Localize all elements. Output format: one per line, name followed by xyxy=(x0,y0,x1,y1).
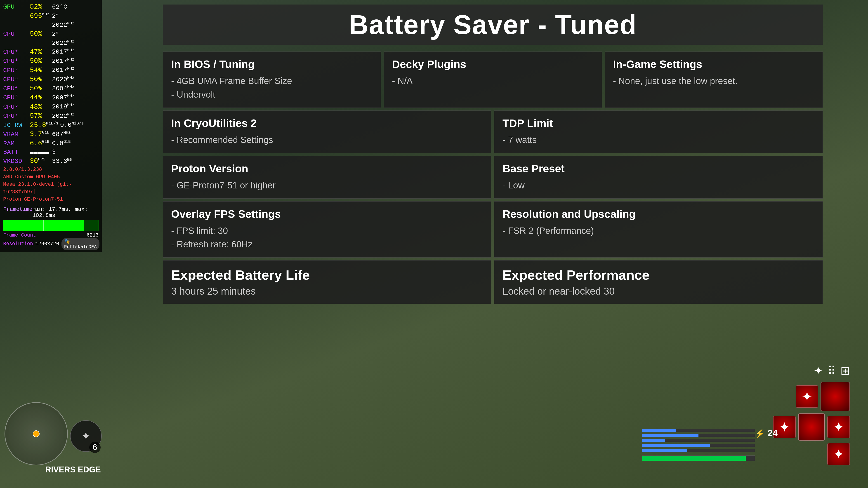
gpu-temp: 62°C xyxy=(52,3,67,11)
top-icon-2: ⠿ xyxy=(828,364,836,377)
io-label: IO RW xyxy=(3,121,28,130)
io-write: 0.0MiB/s xyxy=(60,121,84,129)
resolution-label: Resolution xyxy=(3,241,33,247)
cpu-core-0-percent: 47% xyxy=(30,47,50,57)
resolution-val: 1280x720 xyxy=(35,241,59,247)
cpu-core-7-percent: 57% xyxy=(30,111,50,121)
resolution-scaling-title: Resolution and Upscaling xyxy=(502,208,814,220)
cpu-core-0-freq: 2017MHz xyxy=(52,47,74,56)
gpu-freq2-row: 2022MHz xyxy=(3,21,98,29)
cpu-row: CPU 50% 2W xyxy=(3,29,98,39)
panel-title: Battery Saver - Tuned xyxy=(163,4,823,45)
cpu-power: 2W xyxy=(52,30,58,38)
cpu-freq: 2022MHz xyxy=(52,39,74,47)
mouse-icon: 🖱 xyxy=(51,148,57,157)
cpu-core-1-percent: 50% xyxy=(30,57,50,66)
top-icon-1: ✦ xyxy=(813,364,823,377)
frame-count-label: Frame Count xyxy=(3,232,36,238)
cpu-core-2-label: CPU² xyxy=(3,66,28,75)
fps-value: 30FPS xyxy=(30,157,50,166)
performance-title: Expected Performance xyxy=(502,267,814,283)
ability-4-icon: ✦ xyxy=(833,446,844,462)
gpu-percent: 52% xyxy=(30,2,50,11)
batt-row: BATT ▬▬▬▬▬ 🖱 xyxy=(3,148,98,157)
top-icons: ✦ ⠿ ⊞ xyxy=(813,364,850,377)
ingame-item-1: - None, just use the low preset. xyxy=(613,74,814,88)
cpu-core-5-row: CPU⁵ 44% 2007MHz xyxy=(3,93,98,102)
gpu-freq-top: 695MHz xyxy=(30,11,50,21)
cpu-core-4-row: CPU⁴ 50% 2004MHz xyxy=(3,84,98,93)
decky-title: Decky Plugins xyxy=(392,58,593,70)
base-preset-card: Base Preset - Low xyxy=(494,156,823,199)
location-label: RIVERS EDGE xyxy=(45,465,101,475)
frametime-bar-container xyxy=(3,220,98,231)
gpu-freq-bottom: 2022MHz xyxy=(52,21,74,29)
cpu-core-4-freq: 2004MHz xyxy=(52,84,74,93)
cards-row1: In BIOS / Tuning - 4GB UMA Frame Buffer … xyxy=(163,52,823,108)
cpu-core-1-label: CPU¹ xyxy=(3,57,28,66)
vkd3d-fps-row: VKD3D 30FPS 33.3ms xyxy=(3,157,98,166)
resolution-scaling-card: Resolution and Upscaling - FSR 2 (Perfor… xyxy=(494,201,823,258)
cpu-core-2-percent: 54% xyxy=(30,66,50,75)
cpu-core-4-percent: 50% xyxy=(30,84,50,93)
battery-life-val: 3 hours 25 minutes xyxy=(171,286,483,297)
cpu-core-4-label: CPU⁴ xyxy=(3,85,28,93)
abilities-panel: ✦ ⠿ ⊞ ✦ ✦ ✦ ✦ xyxy=(773,364,850,465)
cpu-core-7-label: CPU⁷ xyxy=(3,112,28,121)
cryo-title: In CryoUtilities 2 xyxy=(171,117,483,129)
frametime-spike xyxy=(43,220,44,231)
cpu-core-0-row: CPU⁰ 47% 2017MHz xyxy=(3,47,98,57)
base-preset-item-1: - Low xyxy=(502,178,814,192)
bios-title: In BIOS / Tuning xyxy=(171,58,373,70)
top-icon-3: ⊞ xyxy=(840,364,850,377)
ram-row: RAM 6.6GiB 0.0GiB xyxy=(3,139,98,148)
frame-count-val: 6213 xyxy=(87,232,98,238)
cpu-label: CPU xyxy=(3,30,28,38)
vram-used: 3.7GiB xyxy=(30,130,50,139)
cpu-core-6-row: CPU⁶ 48% 2019MHz xyxy=(3,102,98,111)
cpu-core-7-freq: 2022MHz xyxy=(52,111,74,121)
gpu-freq-row: 695MHz 2W xyxy=(3,11,98,21)
cpu-core-0-label: CPU⁰ xyxy=(3,48,28,57)
overlay-item-1: - FPS limit: 30 xyxy=(171,224,483,237)
cpu-core-5-freq: 2007MHz xyxy=(52,93,74,102)
cpu-freq-row: 2022MHz xyxy=(3,39,98,47)
cpu-percent: 50% xyxy=(30,29,50,39)
level-number: 24 xyxy=(768,428,778,438)
info-panel: Battery Saver - Tuned In BIOS / Tuning -… xyxy=(154,0,832,308)
resolution-scaling-item-1: - FSR 2 (Performance) xyxy=(502,224,814,237)
overlay-title: Overlay FPS Settings xyxy=(171,208,483,220)
info-line2: AMD Custom GPU 0405 xyxy=(3,173,98,181)
cpu-core-7-row: CPU⁷ 57% 2022MHz xyxy=(3,111,98,121)
gpu-label: GPU xyxy=(3,3,28,11)
performance-val: Locked or near-locked 30 xyxy=(502,286,814,297)
cpu-core-1-row: CPU¹ 50% 2017MHz xyxy=(3,57,98,66)
ability-2-icon: ✦ xyxy=(779,419,790,435)
expected-grid: Expected Battery Life 3 hours 25 minutes… xyxy=(163,260,823,304)
resolution-row: Resolution 1280x720 🎭 PuffskelnDEA xyxy=(3,238,98,250)
cards-row4: Overlay FPS Settings - FPS limit: 30 - R… xyxy=(163,201,823,258)
bios-item-2: - Undervolt xyxy=(171,88,373,101)
overlay-item-2: - Refresh rate: 60Hz xyxy=(171,237,483,251)
cpu-core-3-freq: 2020MHz xyxy=(52,75,74,84)
info-line3: Mesa 23.1.0-devel [git-16283f7b97] xyxy=(3,181,98,196)
ability-row-top: ✦ xyxy=(796,382,850,411)
cpu-core-5-percent: 44% xyxy=(30,93,50,102)
battery-life-title: Expected Battery Life xyxy=(171,267,483,283)
ability-icon-4: ✦ xyxy=(827,443,850,465)
overlay-card: Overlay FPS Settings - FPS limit: 30 - R… xyxy=(163,201,491,258)
cards-row2: In CryoUtilities 2 - Recommended Setting… xyxy=(163,110,823,153)
ram-val2: 0.0GiB xyxy=(52,139,71,148)
username: PuffskelnDEA xyxy=(64,244,97,250)
tdp-item-1: - 7 watts xyxy=(502,133,814,147)
ability-row-bottom: ✦ xyxy=(802,443,850,465)
battery-life-card: Expected Battery Life 3 hours 25 minutes xyxy=(163,260,491,304)
proton-card: Proton Version - GE-Proton7-51 or higher xyxy=(163,156,491,199)
hud-panel: GPU 52% 62°C 695MHz 2W 2022MHz CPU 50% 2… xyxy=(0,0,102,252)
cpu-cores-list: CPU⁰ 47% 2017MHz CPU¹ 50% 2017MHz CPU² 5… xyxy=(3,47,98,121)
cpu-core-2-freq: 2017MHz xyxy=(52,66,74,74)
bios-card: In BIOS / Tuning - 4GB UMA Frame Buffer … xyxy=(163,52,381,108)
ability-row-middle: ✦ ✦ xyxy=(773,414,850,441)
minimap-center xyxy=(33,430,39,437)
io-read: 25.8MiB/s xyxy=(30,121,58,130)
